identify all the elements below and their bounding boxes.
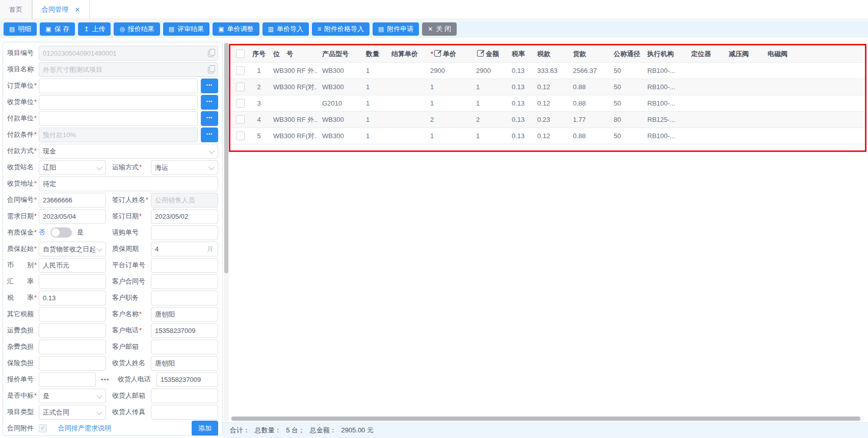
platform-order-no-input[interactable] <box>151 258 218 273</box>
column-header-减压阀: 减压阀 <box>724 45 762 63</box>
copy-icon[interactable] <box>208 50 214 57</box>
attachment-price-import-button-label: 附件价格导入 <box>324 24 364 34</box>
required-asterisk: * <box>34 392 37 399</box>
copy-icon[interactable] <box>208 67 214 73</box>
cell <box>762 79 801 95</box>
purchase-request-no-input[interactable] <box>151 225 218 240</box>
quote-no-input[interactable] <box>39 372 96 387</box>
consignee-name-input[interactable]: 唐朝阳 <box>151 356 218 371</box>
cell <box>686 79 724 95</box>
customer-name-input[interactable]: 唐朝阳 <box>151 307 218 322</box>
consignee-email-input[interactable] <box>151 389 218 403</box>
contract-no-input[interactable]: 23666666 <box>39 193 106 208</box>
review-result-button[interactable]: ▤评审结果 <box>163 22 209 36</box>
consignee-fax-input[interactable] <box>151 405 218 420</box>
transport-method-select[interactable]: 海运 <box>151 160 218 175</box>
price-import-button[interactable]: ▥单价导入 <box>262 22 309 36</box>
customer-phone-input[interactable]: 15358237009 <box>151 323 218 338</box>
row-checkbox[interactable] <box>236 99 245 108</box>
misc-fee-burden-input[interactable] <box>39 340 106 354</box>
select-all-checkbox[interactable] <box>236 49 245 58</box>
upload-button[interactable]: ↥上传 <box>78 22 111 36</box>
other-tax-input[interactable] <box>39 307 106 322</box>
currency-input[interactable]: 人民币元 <box>39 258 106 273</box>
project-type-widget: 正式合同 <box>39 405 106 420</box>
detail-button[interactable]: ▤明细 <box>4 22 37 36</box>
demand-date-input[interactable]: 2023/05/04 <box>39 209 106 224</box>
customer-title-widget <box>151 291 218 305</box>
customer-contract-no-input[interactable] <box>151 274 218 289</box>
row-checkbox[interactable] <box>236 66 245 75</box>
items-table: 序号位 号产品型号数量结算单价*单价金额税率税款货款公称通径执行机构定位器减压阀… <box>230 45 865 144</box>
pay-method-select[interactable]: 现金 <box>39 144 218 159</box>
exchange-rate-input[interactable] <box>39 274 106 289</box>
tab-close-icon[interactable]: ✕ <box>75 6 80 13</box>
pay-unit-input[interactable] <box>39 111 198 126</box>
tab-contract-management[interactable]: 合同管理 ✕ <box>32 0 90 19</box>
close-button[interactable]: ✕关 闭 <box>422 22 457 36</box>
cell: 0.23 <box>532 112 568 128</box>
has-warranty-deposit-toggle-group: 否是 <box>39 225 106 240</box>
pay-terms-picker-button[interactable]: ••• <box>201 127 218 142</box>
project-code-widget: 01202305040901490001 <box>39 46 218 61</box>
toolbar: ▤明细▣保 存↥上传◎报价结果▤评审结果▣单价调整▥单价导入≡附件价格导入▤附件… <box>0 20 868 38</box>
insurance-burden-label: 保险负担 <box>7 358 39 368</box>
column-header-公称通径: 公称通径 <box>609 45 642 63</box>
receive-unit-picker-button[interactable]: ••• <box>201 95 218 110</box>
project-type-select[interactable]: 正式合同 <box>39 405 106 420</box>
form-row: 收货地址*待定 <box>7 175 218 192</box>
cell <box>386 95 425 112</box>
customer-email-input[interactable] <box>151 340 218 354</box>
horizontal-scrollbar-thumb[interactable] <box>231 417 860 421</box>
column-header-金额: 金额 <box>471 45 507 63</box>
order-unit-label: 订货单位* <box>7 81 39 90</box>
required-asterisk: * <box>34 98 37 106</box>
pay-unit-picker-button[interactable]: ••• <box>201 111 218 126</box>
order-unit-picker-button[interactable]: ••• <box>201 79 218 93</box>
receive-station-select[interactable]: 辽阳 <box>39 160 106 175</box>
tab-home[interactable]: 首页 <box>0 0 32 19</box>
cell: 50 <box>609 128 642 144</box>
cell <box>724 112 762 128</box>
save-button[interactable]: ▣保 存 <box>40 22 75 36</box>
form-row: 项目名称外形尺寸图测试项目 <box>7 61 218 78</box>
row-checkbox[interactable] <box>236 115 245 124</box>
price-adjust-button-label: 单价调整 <box>227 24 254 34</box>
warranty-start-select[interactable]: 自货物签收之日起 <box>39 242 106 256</box>
has-warranty-deposit-toggle[interactable] <box>50 227 72 238</box>
cell <box>724 95 762 112</box>
contract-attachment-link[interactable]: 合同排产需求说明 <box>58 424 111 433</box>
cell: WB300 <box>317 112 361 128</box>
receive-address-input[interactable]: 待定 <box>39 176 218 191</box>
column-header-位 号: 位 号 <box>268 45 317 63</box>
column-header-单价: *单价 <box>425 45 471 63</box>
add-attachment-button[interactable]: 添加 <box>192 421 218 436</box>
vertical-scrollbar[interactable] <box>224 42 229 422</box>
quote-result-button[interactable]: ◎报价结果 <box>114 22 160 36</box>
vertical-scrollbar-thumb[interactable] <box>224 43 228 273</box>
customer-title-input[interactable] <box>151 291 218 305</box>
order-unit-input[interactable] <box>39 79 198 93</box>
insurance-burden-input[interactable] <box>39 356 106 371</box>
contract-attachment-checkbox[interactable]: ✓ <box>39 424 47 432</box>
pay-method-label: 付款方式* <box>7 146 39 156</box>
sign-date-input[interactable]: 2023/05/02 <box>151 209 218 224</box>
cell <box>762 112 801 128</box>
attachment-apply-button[interactable]: ▤附件申请 <box>373 22 419 36</box>
contract-no-widget: 23666666 <box>39 193 106 208</box>
is-winning-bid-select[interactable]: 是 <box>39 389 106 403</box>
horizontal-scrollbar[interactable] <box>230 416 864 421</box>
row-checkbox[interactable] <box>236 83 245 91</box>
freight-burden-input[interactable] <box>39 323 106 338</box>
receive-unit-input[interactable] <box>39 95 198 110</box>
quote-no-picker-button[interactable]: ••• <box>101 376 110 383</box>
tax-rate-input[interactable]: 0.13 <box>39 291 106 305</box>
attachment-price-import-button[interactable]: ≡附件价格导入 <box>312 22 370 36</box>
customer-contract-no-widget <box>151 274 218 289</box>
row-checkbox[interactable] <box>236 132 245 140</box>
required-asterisk: * <box>34 131 37 138</box>
cell: 0.88 <box>568 95 609 112</box>
consignee-phone-input[interactable]: 15358237009 <box>156 372 218 387</box>
price-adjust-button[interactable]: ▣单价调整 <box>213 22 259 36</box>
cell: 2900 <box>425 63 471 79</box>
